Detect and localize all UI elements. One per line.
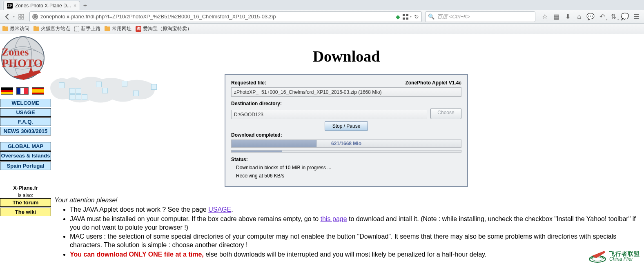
download-applet: Requested file: ZonePhoto Applet V1.4c z… (225, 74, 468, 187)
stop-pause-button[interactable]: Stop / Pause (325, 121, 368, 131)
bookmarks-bar: 最常访问 火狐官方站点 新手上路 常用网址 淘 爱淘宝（原淘宝特卖） (0, 24, 644, 34)
block-progress-bar (231, 150, 461, 153)
bookmark-label: 爱淘宝（原淘宝特卖） (143, 25, 192, 32)
nav-news[interactable]: NEWS 30/03/2015 (0, 127, 51, 135)
folder-icon (2, 27, 8, 31)
nav-welcome[interactable]: WELCOME (0, 99, 51, 107)
progress-bar-outer: 621/1668 Mio (231, 140, 461, 148)
bookmark-frequent[interactable]: 最常访问 (2, 25, 29, 32)
home-button[interactable]: ⌂ (574, 11, 584, 22)
nav-overseas[interactable]: Overseas & Islands (0, 151, 51, 161)
nav-globalmap[interactable]: GLOBAL MAP (0, 142, 51, 151)
svg-text:Zones: Zones (2, 46, 29, 58)
shield-icon[interactable]: ◆ (396, 13, 400, 20)
progress-text: 621/1668 Mio (232, 140, 461, 147)
bookmark-firefox[interactable]: 火狐官方站点 (33, 25, 70, 32)
bookmark-common[interactable]: 常用网址 (105, 25, 131, 32)
svg-text:PHOTO: PHOTO (2, 57, 43, 69)
new-tab-button[interactable]: + (80, 2, 90, 10)
note-item: You can download ONLY ONE file at a time… (70, 250, 639, 259)
downloads-button[interactable]: ⬇ (562, 11, 573, 22)
note-item: MAC users : the selection of some specia… (70, 232, 639, 250)
browser-tab[interactable]: ZP Zones-Photo X-Plane D... × (3, 1, 80, 10)
attention-heading: Your attention please! (54, 197, 639, 204)
browser-tabstrip: ZP Zones-Photo X-Plane D... × + (0, 0, 644, 10)
one-file-warning: You can download ONLY ONE file at a time… (70, 251, 204, 258)
browser-navbar: ▾ zonephoto.x-plane.fr/dl.php?f=ZP10/zPh… (0, 10, 644, 24)
usage-link[interactable]: USAGE (208, 206, 231, 213)
back-icon (4, 13, 11, 20)
page-title: Download (53, 47, 639, 65)
flag-es[interactable] (32, 87, 44, 95)
sidebar-nav: WELCOME USAGE F.A.Q. NEWS 30/03/2015 GLO… (0, 99, 51, 217)
pin-button[interactable]: ⇅▾ (608, 11, 619, 22)
note-item: JAVA must be installed on your computer.… (70, 215, 639, 232)
download-completed-label: Download completed: (231, 132, 282, 138)
svg-rect-3 (22, 17, 24, 19)
block-progress-fill (232, 151, 282, 152)
notes-list: The JAVA Applet does not work ? See the … (62, 206, 639, 259)
folder-icon (33, 27, 39, 31)
tab-close-icon[interactable]: × (74, 2, 77, 9)
url-text: zonephoto.x-plane.fr/dl.php?f=ZP10/zPhot… (40, 13, 393, 20)
bookmark-label: 最常访问 (10, 25, 29, 32)
applet-version: ZonePhoto Applet V1.4c (405, 80, 461, 86)
bookmark-aitaobao[interactable]: 淘 爱淘宝（原淘宝特卖） (136, 25, 192, 32)
taobao-icon: 淘 (136, 26, 141, 32)
requested-file-label: Requested file: (231, 80, 266, 86)
back-button[interactable] (2, 12, 12, 22)
address-bar[interactable]: zonephoto.x-plane.fr/dl.php?f=ZP10/zPhot… (29, 11, 422, 22)
nav-usage[interactable]: USAGE (0, 108, 51, 117)
svg-rect-1 (22, 14, 24, 16)
reload-icon[interactable]: ↻ (414, 13, 419, 20)
destination-value: D:\GOOD123 (231, 110, 427, 119)
bookmark-getting-started[interactable]: 新手上路 (74, 25, 100, 32)
undo-tab-button[interactable]: ↶▾ (597, 11, 607, 22)
search-icon: 🔍 (428, 13, 435, 20)
site-identity-icon (32, 14, 38, 20)
nav-wiki[interactable]: The wiki (0, 208, 51, 216)
status-line-1: Download in blocks of 10 MiB in progress… (231, 165, 461, 170)
bookmark-label: 新手上路 (81, 25, 100, 32)
xplane-label: X-Plane.fr (0, 183, 51, 193)
destination-label: Destination directory: (231, 101, 282, 106)
chat-button[interactable]: 💬 (585, 11, 596, 22)
menu-button[interactable]: ☰ (631, 11, 642, 22)
flag-de[interactable] (1, 87, 13, 95)
status-label: Status: (231, 157, 248, 162)
site-logo[interactable]: Zones PHOTO (0, 35, 46, 85)
nav-forum[interactable]: The forum (0, 198, 51, 207)
logo-icon: Zones PHOTO (0, 35, 46, 85)
choose-button[interactable]: Choose (430, 108, 461, 119)
toolbar-icons: ☆ ▤ ⬇ ⌂ 💬 ↶▾ ⇅▾ 💭 ☰ (539, 11, 642, 22)
bookmark-label: 火狐官方站点 (41, 25, 70, 32)
bookmark-label: 常用网址 (112, 25, 131, 32)
share-button[interactable]: 💭 (619, 11, 630, 22)
svg-rect-2 (19, 17, 21, 19)
sidebar: Zones PHOTO WELCOME USAGE F.A.Q. NEWS 30… (0, 34, 51, 268)
page-grid-button[interactable] (16, 12, 26, 22)
tab-title: Zones-Photo X-Plane D... (15, 3, 71, 9)
search-placeholder: 百度 <Ctrl+K> (437, 13, 470, 20)
search-box[interactable]: 🔍 百度 <Ctrl+K> (425, 11, 535, 22)
qr-icon[interactable] (403, 14, 408, 20)
nav-spain[interactable]: Spain Portugal (0, 162, 51, 170)
addr-dropdown-icon[interactable]: ▾ (410, 15, 412, 18)
page-icon (74, 27, 79, 31)
flag-fr[interactable] (16, 87, 29, 95)
tab-favicon: ZP (7, 3, 13, 9)
requested-file-value: zPhotoXP_+51+000_16_Chelmsford_XP10_2015… (231, 87, 461, 97)
java-page-link[interactable]: this page (321, 215, 347, 222)
also-label: is also: (0, 193, 51, 198)
language-flags (1, 87, 51, 95)
page-body: Zones PHOTO WELCOME USAGE F.A.Q. NEWS 30… (0, 34, 644, 268)
svg-rect-0 (19, 14, 21, 16)
note-item: The JAVA Applet does not work ? See the … (70, 206, 639, 214)
history-dropdown-icon[interactable]: ▾ (13, 15, 15, 18)
status-line-2: Receiving at 506 KB/s (231, 173, 461, 179)
reader-list-button[interactable]: ▤ (551, 11, 562, 22)
bookmark-star-button[interactable]: ☆ (539, 11, 550, 22)
nav-faq[interactable]: F.A.Q. (0, 117, 51, 126)
folder-icon (105, 27, 110, 31)
grid-icon (18, 14, 24, 20)
